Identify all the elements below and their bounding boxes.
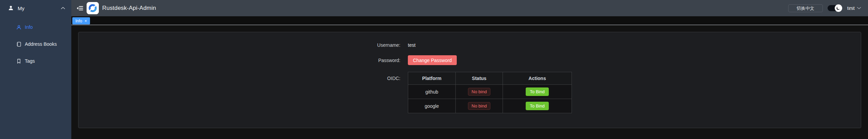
tab-info[interactable]: Info × xyxy=(72,17,90,24)
sidebar-item-label: Tags xyxy=(25,58,35,64)
oidc-header-platform: Platform xyxy=(408,72,456,85)
sidebar-item-info[interactable]: Info xyxy=(0,19,71,36)
password-label: Password: xyxy=(360,58,400,63)
address-book-icon xyxy=(16,42,21,47)
status-cell: No bind xyxy=(456,99,503,113)
platform-cell: google xyxy=(408,99,456,113)
dark-mode-toggle[interactable] xyxy=(828,5,842,11)
table-row: github No bind To Bind xyxy=(408,85,572,99)
sidebar-item-label: Info xyxy=(25,24,33,30)
sidebar-group-my[interactable]: My xyxy=(0,0,71,16)
user-name: test xyxy=(847,5,855,11)
info-card: Username: test Password: Change Password… xyxy=(78,32,861,128)
sidebar-item-address-books[interactable]: Address Books xyxy=(0,36,71,53)
table-row: google No bind To Bind xyxy=(408,99,572,113)
oidc-table-header-row: Platform Status Actions xyxy=(408,72,572,85)
navbar: Rustdesk-Api-Admin 切换中文 test xyxy=(71,0,868,16)
to-bind-button-github[interactable]: To Bind xyxy=(526,87,548,96)
switch-language-button[interactable]: 切换中文 xyxy=(788,4,823,12)
actions-cell: To Bind xyxy=(503,85,572,99)
oidc-header-status: Status xyxy=(456,72,503,85)
rustdesk-logo xyxy=(87,2,99,14)
oidc-header-actions: Actions xyxy=(503,72,572,85)
bookmark-icon xyxy=(16,59,21,64)
user-info-form: Username: test Password: Change Password… xyxy=(360,32,861,113)
to-bind-button-google[interactable]: To Bind xyxy=(526,102,548,110)
username-row: Username: test xyxy=(360,42,861,48)
change-password-button[interactable]: Change Password xyxy=(408,55,457,65)
tab-close-icon[interactable]: × xyxy=(85,19,87,23)
chevron-up-icon xyxy=(61,6,65,10)
toggle-knob xyxy=(835,4,842,12)
sidebar-item-label: Address Books xyxy=(25,41,57,47)
main-content: Username: test Password: Change Password… xyxy=(71,25,868,139)
sidebar-fold-icon[interactable] xyxy=(77,5,84,11)
status-cell: No bind xyxy=(456,85,503,99)
username-value: test xyxy=(408,42,416,48)
sidebar-group-label: My xyxy=(18,5,61,11)
sidebar-item-tags[interactable]: Tags xyxy=(0,53,71,70)
username-label: Username: xyxy=(360,42,400,48)
oidc-label: OIDC: xyxy=(360,72,400,81)
app-title: Rustdesk-Api-Admin xyxy=(102,5,156,12)
actions-cell: To Bind xyxy=(503,99,572,113)
user-filled-icon xyxy=(8,5,14,11)
tabs-bar: Info × xyxy=(71,16,868,25)
moon-icon xyxy=(836,6,840,11)
user-dropdown[interactable]: test xyxy=(847,5,861,11)
status-badge: No bind xyxy=(468,102,491,110)
status-badge: No bind xyxy=(468,88,491,96)
sidebar-menu: Info Address Books Tags xyxy=(0,16,71,70)
chevron-down-icon xyxy=(857,6,861,10)
tab-label: Info xyxy=(75,19,82,23)
oidc-table: Platform Status Actions github No bind xyxy=(408,72,572,113)
person-outline-icon xyxy=(16,25,21,30)
platform-cell: github xyxy=(408,85,456,99)
oidc-row: OIDC: Platform Status Actions xyxy=(360,72,861,113)
password-row: Password: Change Password xyxy=(360,55,861,65)
sidebar: My Info xyxy=(0,0,71,139)
